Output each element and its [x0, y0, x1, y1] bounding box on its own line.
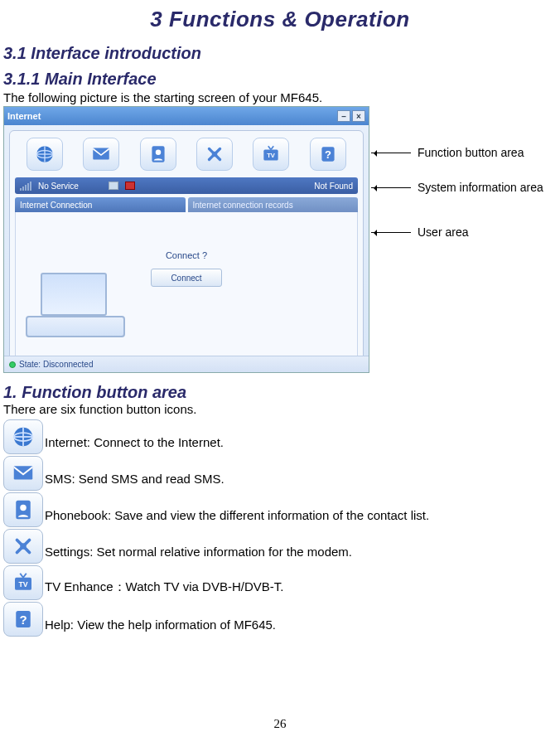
tab-internet-connection[interactable]: Internet Connection: [15, 197, 186, 212]
svg-point-6: [156, 150, 162, 156]
page-number: 26: [0, 717, 560, 731]
status-dot-icon: [9, 361, 16, 368]
app-screenshot: Internet – ×: [3, 106, 369, 373]
chapter-title: 3 Functions & Operation: [3, 7, 557, 32]
svg-point-7: [212, 152, 218, 157]
svg-line-25: [23, 574, 27, 578]
help-button[interactable]: ?: [310, 138, 346, 171]
internet-icon: [3, 419, 43, 454]
settings-icon: [3, 529, 43, 564]
sms-button[interactable]: [83, 138, 119, 171]
svg-text:TV: TV: [268, 152, 276, 159]
function-text: Settings: Set normal relative informatio…: [45, 545, 352, 564]
function-text: Help: View the help information of MF645…: [45, 618, 276, 637]
function-item-phonebook: Phonebook: Save and view the different i…: [3, 492, 557, 527]
user-area: Connect ? Connect: [15, 212, 358, 358]
function-item-settings: Settings: Set normal relative informatio…: [3, 529, 557, 564]
svg-rect-4: [94, 148, 110, 159]
function-item-sms: SMS: Send SMS and read SMS.: [3, 456, 557, 491]
signal-bars-icon: [20, 181, 31, 191]
laptop-illustration: [26, 273, 125, 341]
svg-rect-18: [14, 466, 33, 479]
window-titlebar: Internet – ×: [4, 107, 369, 125]
svg-text:?: ?: [325, 148, 331, 161]
svg-point-21: [20, 543, 27, 550]
arrow-icon: [371, 187, 411, 188]
internet-button[interactable]: [27, 138, 63, 171]
connect-button[interactable]: Connect: [151, 269, 222, 287]
intro-text: The following picture is the starting sc…: [3, 90, 557, 104]
tab-bar: Internet Connection Internet connection …: [15, 197, 358, 212]
section-title: 3.1 Interface introduction: [3, 44, 557, 63]
phonebook-button[interactable]: [140, 138, 176, 171]
label-function-area: Function button area: [418, 146, 524, 159]
svg-point-20: [20, 505, 27, 511]
label-system-info-area: System information area: [418, 181, 543, 194]
subsection-title: 3.1.1 Main Interface: [3, 70, 557, 89]
help-icon: ?: [3, 602, 43, 637]
svg-line-11: [271, 146, 273, 149]
status-bar: State: Disconnected: [4, 356, 369, 372]
sms-icon: [3, 456, 43, 491]
function-button-area: TV ?: [13, 136, 360, 177]
phonebook-icon: [3, 492, 43, 527]
system-info-bar: No Service Not Found: [15, 177, 358, 194]
close-icon[interactable]: ×: [352, 110, 365, 122]
function-text: Internet: Connect to the Internet.: [45, 435, 224, 454]
function-item-internet: Internet: Connect to the Internet.: [3, 419, 557, 454]
sim-icon: [109, 182, 118, 190]
no-service-label: No Service: [38, 182, 79, 191]
arrow-icon: [371, 153, 411, 153]
tab-connection-records[interactable]: Internet connection records: [188, 197, 359, 212]
window-title: Internet: [7, 111, 41, 121]
main-panel: TV ? No Service Not Found: [9, 130, 364, 367]
svg-text:?: ?: [19, 613, 27, 627]
tv-button[interactable]: TV: [253, 138, 289, 171]
function-item-tv: TV TV Enhance：Watch TV via DVB-H/DVB-T.: [3, 565, 557, 600]
function-text: TV Enhance：Watch TV via DVB-H/DVB-T.: [45, 579, 283, 600]
function-intro: There are six function button icons.: [3, 402, 557, 416]
svg-text:TV: TV: [18, 580, 27, 589]
label-user-area: User area: [418, 225, 468, 239]
minimize-icon[interactable]: –: [337, 110, 350, 122]
settings-button[interactable]: [196, 138, 233, 171]
function-item-help: ? Help: View the help information of MF6…: [3, 602, 557, 637]
arrow-icon: [371, 232, 411, 233]
tv-icon: TV: [3, 565, 43, 600]
function-text: SMS: Send SMS and read SMS.: [45, 472, 224, 491]
state-label: State: Disconnected: [19, 360, 94, 369]
function-area-heading: 1. Function button area: [3, 383, 557, 402]
connect-prompt: Connect ?: [151, 250, 222, 260]
not-found-label: Not Found: [314, 182, 353, 191]
function-text: Phonebook: Save and view the different i…: [45, 508, 429, 527]
status-indicator-icon: [125, 182, 135, 190]
